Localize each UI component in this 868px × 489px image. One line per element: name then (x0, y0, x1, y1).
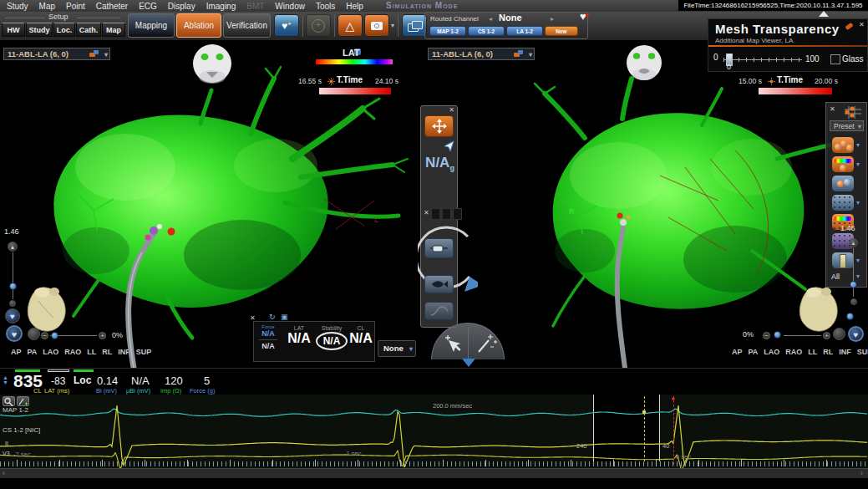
routed-heart-icon: ♥ (580, 10, 586, 23)
svg-text:R: R (569, 207, 575, 216)
menu-help[interactable]: Help (346, 2, 363, 11)
time-mark-minus2: -2 sec (13, 451, 30, 458)
preset-all-selector[interactable]: All (831, 273, 840, 281)
chevron-down-icon[interactable]: ▾ (856, 273, 860, 280)
menu-point[interactable]: Point (66, 2, 85, 11)
ecg-caliper-button[interactable] (3, 396, 15, 406)
snapshot-dropdown-chevron[interactable]: ▾ (391, 22, 394, 29)
triangle-tag-icon: △ (346, 19, 355, 33)
catheter-tool-button[interactable] (424, 238, 454, 258)
menu-window[interactable]: Window (275, 2, 305, 11)
setup-cath-button[interactable]: Cath. (76, 23, 101, 37)
expand-collapse-icon[interactable]: ▲▼ (3, 375, 8, 385)
curve-tool-button[interactable] (424, 302, 454, 320)
channel-la12-button[interactable]: LA 1-2 (506, 26, 543, 36)
pin-icon[interactable] (845, 23, 853, 30)
grid-toggle-icon[interactable]: ▣ (281, 313, 288, 321)
transparency-slider[interactable] (723, 53, 807, 68)
right-slider-up-button[interactable]: ▴ (849, 238, 858, 247)
move-tool-button[interactable] (424, 115, 454, 137)
right-viewer-header[interactable]: 11-ABL-LA (6, 0) ▾ (428, 48, 535, 60)
sun-icon (768, 78, 775, 85)
interval-value-40: 40 (662, 442, 669, 450)
mesh-transparency-title: Mesh Transparency (715, 22, 840, 36)
lat-value: -83 (51, 375, 65, 387)
lead1-label[interactable]: II (5, 441, 8, 446)
right-slider-knob[interactable] (850, 298, 857, 305)
time-mark-minus1: -1 sec (344, 450, 361, 457)
setup-loc-button[interactable]: Loc. (53, 23, 75, 37)
transparency-max-label: 100 (805, 54, 820, 64)
channel-cs12-button[interactable]: CS 1-2 (468, 26, 505, 36)
caliper-cursor[interactable] (644, 396, 645, 461)
ablation-mode-button[interactable]: Ablation (176, 13, 221, 38)
preset-points-button[interactable] (831, 136, 855, 154)
glass-checkbox[interactable] (830, 54, 840, 64)
channel-new-button[interactable]: New (545, 26, 578, 36)
right-slider-dot[interactable] (846, 313, 854, 320)
mesh-transparency-panel: Mesh Transparency Additional Map Viewer,… (708, 18, 868, 72)
clear-icon[interactable]: ✕ (424, 210, 429, 216)
menu-map[interactable]: Map (39, 2, 55, 11)
preset-colormap-points-button[interactable] (831, 155, 855, 173)
ecg-strip[interactable]: MAP 1-2 CS 1-2 [NIC] II V3 -2 sec -1 sec… (0, 395, 868, 468)
lat-unit-label: LAT (ms) (44, 387, 69, 395)
bi-unit-label: Bi (mV) (96, 387, 117, 395)
verification-mode-button[interactable]: Verification (223, 13, 271, 38)
ttime-colorbar-right[interactable] (759, 88, 832, 94)
left-viewer-header[interactable]: 11-ABL-LA (6, 0) ▾ (3, 48, 110, 60)
preset-sphere-button[interactable] (831, 175, 855, 192)
annotation-cursor[interactable] (673, 396, 674, 465)
ttime-start-right: 15.00 s (739, 77, 762, 85)
menu-ecg[interactable]: ECG (139, 2, 157, 11)
curve-icon (429, 305, 449, 317)
right-scale-slider-thumb[interactable] (850, 281, 857, 288)
close-icon[interactable]: ✕ (859, 22, 865, 28)
tag-type-dropdown[interactable]: None ▾ (378, 340, 416, 357)
routed-channel-value[interactable]: None (499, 13, 522, 23)
tag-grid-icon[interactable] (843, 105, 863, 120)
chevron-down-icon[interactable]: ▾ (104, 49, 108, 60)
routed-prev-chevron[interactable]: ◂ (489, 15, 492, 23)
magnifier-icon (3, 397, 14, 406)
routed-channel-label: Routed Channel (430, 15, 479, 23)
setup-hw-button[interactable]: HW (2, 23, 25, 37)
scroll-right-icon[interactable]: › (860, 469, 863, 478)
mapping-mode-button[interactable]: Mapping (128, 13, 175, 38)
menu-study[interactable]: Study (7, 2, 28, 11)
close-icon[interactable]: ✕ (830, 106, 835, 113)
chevron-down-icon[interactable]: ▾ (856, 257, 860, 264)
ablation-tag-button[interactable]: △ (338, 14, 363, 37)
chevron-down-icon[interactable]: ▾ (529, 49, 532, 60)
preset-ruler-button[interactable] (831, 252, 855, 269)
refresh-icon[interactable]: ↻ (269, 313, 276, 321)
menu-tools[interactable]: Tools (316, 2, 335, 11)
menu-display[interactable]: Display (168, 2, 195, 11)
cs-channel-label[interactable]: CS 1-2 [NIC] (3, 426, 40, 434)
routed-next-chevron[interactable]: ▸ (551, 15, 554, 23)
setup-map-button[interactable]: Map (102, 23, 125, 37)
left-map-viewport[interactable]: R L (0, 40, 423, 368)
snapshot-button[interactable] (364, 14, 389, 37)
ecg-scrollbar[interactable]: ‹ › (0, 468, 868, 478)
ecg-annotation-button[interactable] (17, 396, 29, 406)
setup-study-button[interactable]: Study (26, 23, 53, 37)
chevron-down-icon[interactable]: ▾ (856, 160, 860, 168)
menu-catheter[interactable]: Catheter (96, 2, 128, 11)
chevron-down-icon[interactable]: ▾ (856, 199, 860, 206)
channel-map12-button[interactable]: MAP 1-2 (429, 26, 466, 36)
menu-imaging[interactable]: Imaging (206, 2, 236, 11)
preset-grid-button[interactable] (831, 194, 855, 211)
rotation-arc-indicator[interactable] (418, 225, 478, 308)
chevron-down-icon[interactable]: ▾ (856, 141, 860, 149)
close-icon[interactable]: ✕ (449, 107, 454, 114)
preset-dropdown[interactable]: Preset ▾ (830, 120, 864, 131)
fish-tool-button[interactable] (424, 275, 454, 293)
add-heart-button[interactable]: ♥+ (274, 14, 299, 37)
viewer-layout-button[interactable] (402, 14, 427, 37)
lead2-label[interactable]: V3 (3, 451, 10, 456)
map-channel-label[interactable]: MAP 1-2 (3, 406, 28, 414)
left-viewer-title: 11-ABL-LA (6, 0) (8, 49, 69, 59)
scroll-left-icon[interactable]: ‹ (3, 469, 5, 478)
force-na-readout: N/Ag (421, 155, 459, 172)
